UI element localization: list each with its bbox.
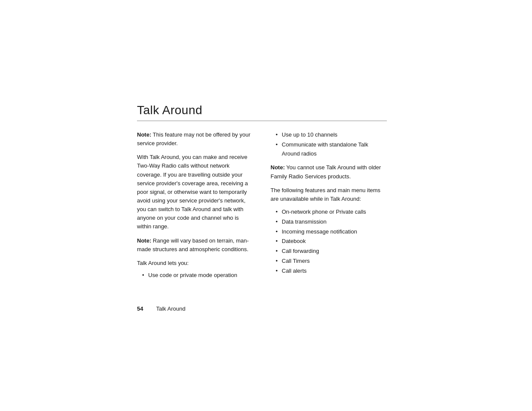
list-item: Communicate with standalone Talk Around … [276, 140, 387, 159]
content-area: Talk Around Note: This feature may not b… [137, 103, 395, 285]
left-column: Note: This feature may not be offered by… [137, 131, 253, 285]
list-item: Use up to 10 channels [276, 131, 387, 140]
left-bullet-list: Use code or private mode operation [137, 271, 253, 280]
page-number: 54 [137, 305, 143, 312]
list-item: On-network phone or Private calls [276, 208, 387, 217]
note-2-bold: Note: [137, 237, 151, 244]
list-item: Data transmission [276, 218, 387, 227]
section-label: Talk Around lets you: [137, 259, 253, 268]
list-item: Datebook [276, 237, 387, 246]
right-note-block: Note: You cannot use Talk Around with ol… [271, 163, 387, 181]
note-block-1: Note: This feature may not be offered by… [137, 131, 253, 148]
page-footer: 54 Talk Around [137, 305, 185, 312]
footer-section-title: Talk Around [156, 305, 185, 312]
note-2-text: Note: Range will vary based on terrain, … [137, 237, 253, 254]
list-item: Call forwarding [276, 247, 387, 256]
list-item: Use code or private mode operation [142, 271, 253, 280]
right-bullet-list-bottom: On-network phone or Private calls Data t… [271, 208, 387, 276]
right-bullet-list-top: Use up to 10 channels Communicate with s… [271, 131, 387, 158]
right-column: Use up to 10 channels Communicate with s… [271, 131, 387, 285]
right-body-text: The following features and main menu ite… [271, 186, 387, 203]
right-note-bold: Note: [271, 164, 285, 171]
title-divider [137, 121, 387, 121]
right-note-body: You cannot use Talk Around with older Fa… [271, 164, 381, 179]
note-2-body: Range will vary based on terrain, man-ma… [137, 237, 249, 252]
note-1-bold: Note: [137, 131, 151, 138]
page-container: Talk Around Note: This feature may not b… [0, 0, 532, 411]
body-text-1: With Talk Around, you can make and recei… [137, 153, 253, 231]
list-item: Incoming message notification [276, 227, 387, 237]
note-block-2: Note: Range will vary based on terrain, … [137, 237, 253, 254]
note-1-text: Note: This feature may not be offered by… [137, 131, 253, 148]
two-column-layout: Note: This feature may not be offered by… [137, 131, 387, 285]
page-title: Talk Around [137, 103, 395, 117]
list-item: Call Timers [276, 257, 387, 266]
right-note-text: Note: You cannot use Talk Around with ol… [271, 163, 387, 181]
note-1-body: This feature may not be offered by your … [137, 131, 250, 146]
list-item: Call alerts [276, 267, 387, 276]
